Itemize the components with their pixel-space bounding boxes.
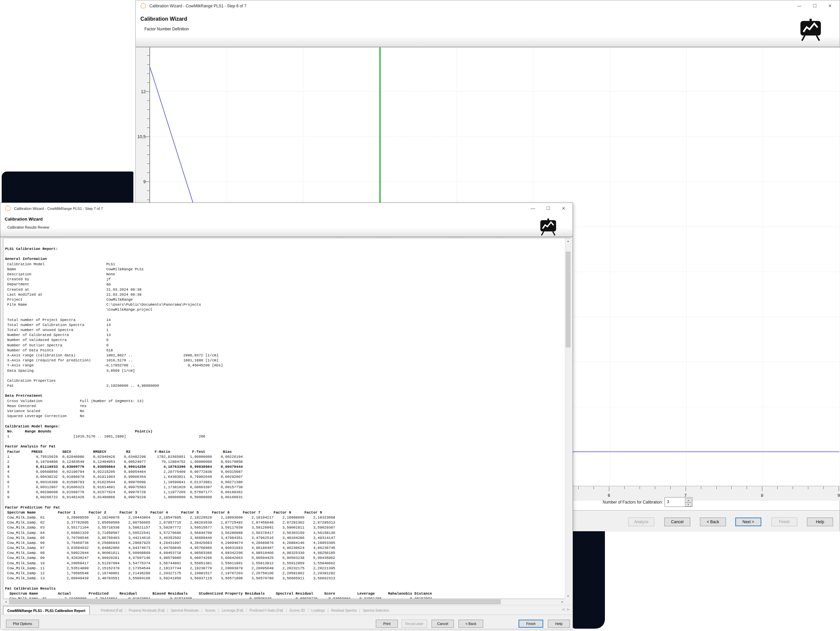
tab-pager-arrows-icon[interactable]: ◁ ▷ — [562, 608, 570, 611]
scroll-up-icon[interactable]: ▲ — [565, 238, 571, 244]
vertical-scrollbar[interactable]: ▲ ▼ — [565, 238, 571, 599]
tab-predicted-f-ratio-fat-[interactable]: Predicted F-Ratio [Fat] — [246, 609, 286, 612]
presentation-chart-icon — [539, 218, 557, 236]
report-line: 2 0,18704886 0,12483549 0,12484953 0,985… — [5, 460, 432, 465]
tab-scores[interactable]: Scores — [202, 609, 219, 612]
factor-count-spinner[interactable]: 3 ▲ ▼ — [665, 497, 693, 507]
minimize-icon[interactable]: — — [792, 3, 807, 8]
report-line: Cow_Milk_Samp. 12 1,70595548 2,16740001 … — [5, 571, 432, 576]
horizontal-scrollbar[interactable]: ◄ ► — [3, 599, 565, 605]
tab-scores-3d[interactable]: Scores 3D — [286, 609, 308, 612]
report-line: Cow_Milk_Samp. 11 2,53514899 2,15152379 … — [5, 566, 432, 571]
report-line: Variance Scaled No — [5, 409, 432, 414]
close-icon[interactable]: ✕ — [822, 3, 838, 8]
tab-spectra-selection[interactable]: Spectra Selection — [360, 609, 392, 612]
tab-spectral-residuals[interactable]: Spectral Residuals — [168, 609, 202, 612]
y-minor-tick — [147, 145, 149, 146]
finish-button[interactable]: Finish — [518, 620, 543, 628]
tab-property-residuals-fat-[interactable]: Property Residuals [Fat] — [126, 609, 168, 612]
report-line: Factor PRESS SECV RMSECV R2 F-Ratio F-Te… — [5, 449, 432, 454]
x-minor-tick — [655, 487, 655, 489]
report-line: Mean Centered Yes — [5, 404, 432, 409]
wizard-gear-icon — [5, 206, 11, 211]
x-minor-tick — [624, 487, 625, 489]
close-icon[interactable]: ✕ — [556, 206, 571, 211]
report-line: Cow_Milk_Samp. 03 3,55171104 3,55718338 … — [5, 525, 432, 530]
x-minor-tick — [639, 487, 640, 489]
x-minor-tick — [747, 487, 747, 489]
-back-button[interactable]: < Back — [700, 517, 726, 526]
tab-loadings[interactable]: Loadings — [308, 609, 328, 612]
y-major-tick — [146, 182, 149, 182]
report-line: Cow_Milk_Samp. 07 3,83594932 4,84082960 … — [5, 546, 432, 550]
report-line: Created by jf — [5, 277, 432, 282]
spinner-up-button[interactable]: ▲ — [685, 498, 692, 502]
y-minor-tick — [147, 199, 149, 200]
report-line: Description None — [5, 272, 432, 277]
maximize-icon[interactable]: ☐ — [807, 3, 822, 8]
report-line: 3 0,01116933 0,03009776 0,03050864 0,999… — [5, 465, 432, 470]
step6-wizard-title: Calibration Wizard — [141, 16, 187, 22]
report-line: Total number of unused Spectra 1 — [5, 328, 432, 333]
tab-calibration-report[interactable]: CowMilkRange PLS1 - PLS1 Calibration Rep… — [3, 606, 90, 615]
tab-leverage-fat-[interactable]: Leverage [Fat] — [219, 609, 246, 612]
report-line: Cow_Milk_Samp. 01 2,19400000 2,20443864 … — [5, 596, 432, 599]
y-major-tick — [146, 136, 149, 137]
scroll-right-icon[interactable]: ► — [559, 599, 565, 605]
report-line: Cow_Milk_Samp. 01 3,28908550 2,18249078 … — [5, 515, 432, 520]
x-minor-tick — [731, 487, 732, 489]
spinner-down-button[interactable]: ▼ — [685, 503, 692, 506]
report-line: Fat Calibration Results — [5, 586, 432, 591]
horizontal-scrollbar-thumb[interactable] — [9, 599, 501, 604]
report-line: 7 0,00312867 0,01606323 0,01614691 0,999… — [5, 485, 432, 490]
step7-wizard-title: Calibration Wizard — [5, 217, 43, 221]
help-button[interactable]: Help — [548, 620, 570, 628]
y-minor-tick — [147, 163, 149, 164]
plot-options-button[interactable]: Plot Options — [6, 620, 39, 628]
report-line — [5, 419, 432, 424]
report-line: Cow_Milk_Samp. 02 3,37782895 2,85959599 … — [5, 520, 432, 525]
wizard-gear-icon — [141, 3, 146, 9]
report-line: Calibration Properties — [5, 378, 432, 383]
report-line: Cow_Milk_Samp. 13 2,80940439 3,48783551 … — [5, 576, 432, 581]
factor-count-value[interactable]: 3 — [667, 500, 669, 504]
x-minor-tick — [716, 487, 717, 489]
calibration-report-pane[interactable]: PLS1 Calibration Report: General Informa… — [3, 238, 570, 599]
recalculate-button: Recalculate — [401, 620, 427, 628]
report-line: General Information — [5, 256, 432, 262]
tab-predicted-fat-[interactable]: Predicted [Fat] — [98, 609, 126, 612]
finish-button: Finish — [771, 517, 797, 526]
scroll-left-icon[interactable]: ◄ — [3, 599, 9, 605]
help-button[interactable]: Help — [807, 517, 833, 526]
report-line: PLS1 Calibration Report: — [5, 247, 432, 251]
y-axis-label: 9 — [144, 179, 146, 184]
report-line: 4 0,00588856 0,02190794 0,02215205 0,999… — [5, 470, 432, 474]
tab-residual-spectra[interactable]: Residual Spectra — [328, 609, 360, 612]
report-line: Created at 21.03.2024 09:38 — [5, 287, 432, 292]
y-minor-tick — [147, 82, 149, 83]
report-line: 1 4,75515628 0,62948986 0,62949426 0,634… — [5, 454, 432, 460]
report-line: Spectrum Name Factor 1 Factor 2 Factor 3… — [5, 510, 432, 515]
print-button[interactable]: Print — [376, 620, 398, 628]
report-line: Factor Prediction for Fat — [5, 505, 432, 510]
next--button[interactable]: Next > — [735, 517, 761, 526]
-back-button[interactable]: < Back — [458, 620, 483, 628]
presentation-chart-icon — [799, 18, 822, 41]
scroll-down-icon[interactable]: ▼ — [565, 593, 571, 599]
step6-wizard-subtitle: Factor Number Definition — [144, 27, 189, 32]
step7-wizard-subtitle: Calibration Results Review — [7, 225, 49, 229]
report-line — [5, 388, 432, 394]
report-line — [5, 500, 432, 505]
step7-button-bar: Plot OptionsPrintRecalculateCancel< Back… — [0, 615, 573, 629]
wizard-step7-window: Calibration Wizard - CowMilkRange PLS1 -… — [0, 202, 573, 628]
vertical-scrollbar-thumb[interactable] — [565, 251, 570, 347]
x-minor-tick — [701, 487, 701, 489]
step7-window-controls: — ☐ ✕ — [525, 203, 571, 214]
report-line — [5, 373, 432, 378]
maximize-icon[interactable]: ☐ — [540, 206, 556, 211]
minimize-icon[interactable]: — — [525, 206, 540, 211]
cancel-button[interactable]: Cancel — [431, 620, 454, 628]
report-line: Cow_Milk_Samp. 04 3,66861320 3,71059507 … — [5, 531, 432, 536]
cancel-button[interactable]: Cancel — [664, 517, 690, 526]
report-line — [5, 581, 432, 586]
